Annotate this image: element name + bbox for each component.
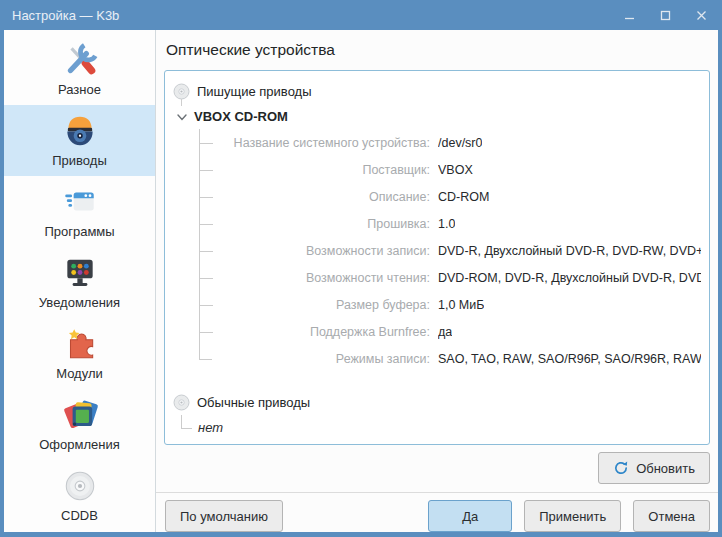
property-value: SAO, TAO, RAW, SAO/R96P, SAO/R96R, RAW/R…: [438, 352, 701, 366]
drive-icon: [61, 112, 99, 150]
sidebar-item-themes[interactable]: Оформления: [4, 389, 155, 460]
property-value: DVD-R, Двухслойный DVD-R, DVD-RW, DVD+…: [438, 244, 701, 258]
sidebar-item-notifications[interactable]: Уведомления: [4, 247, 155, 318]
plugin-icon: [61, 325, 99, 363]
tools-icon: [61, 41, 99, 79]
tree-branch: [199, 129, 215, 156]
tree-empty-row: нет: [173, 415, 701, 439]
tree-branch: [199, 210, 215, 237]
sidebar-item-cddb[interactable]: CDDB: [4, 460, 155, 531]
tree-group-readers[interactable]: Обычные приводы: [173, 389, 701, 415]
devices-tree: Пишущие приводы VBOX CD-ROM Название сис…: [164, 70, 710, 445]
property-label: Прошивка:: [215, 217, 430, 231]
tree-branch: [199, 156, 215, 183]
property-label: Поставщик:: [215, 163, 430, 177]
device-property-row: Описание: CD-ROM: [173, 183, 701, 210]
cd-icon: [61, 467, 99, 505]
tree-group-writers[interactable]: Пишущие приводы: [173, 78, 701, 104]
settings-window: Настройка — K3b: [0, 0, 722, 537]
tree-gap: [173, 372, 701, 389]
tree-branch: [199, 345, 215, 372]
empty-value: нет: [198, 420, 223, 435]
property-label: Возможности записи:: [215, 244, 430, 258]
maximize-icon[interactable]: [658, 8, 672, 22]
tree-branch-end: [181, 415, 195, 439]
sidebar-item-label: Оформления: [39, 437, 120, 452]
close-icon[interactable]: [694, 8, 708, 22]
device-property-row: Название системного устройства: /dev/sr0: [173, 129, 701, 156]
sidebar-item-advanced[interactable]: Дополнительно: [4, 531, 155, 532]
property-value: DVD-ROM, DVD-R, Двухслойный DVD-R, DVD…: [438, 271, 701, 285]
sidebar-item-plugins[interactable]: Модули: [4, 318, 155, 389]
notifications-icon: [61, 254, 99, 292]
property-value: 1,0 МиБ: [438, 298, 484, 312]
property-label: Название системного устройства:: [215, 136, 430, 150]
refresh-button-label: Обновить: [636, 461, 695, 476]
sidebar-item-label: Разное: [58, 82, 101, 97]
refresh-button[interactable]: Обновить: [598, 452, 710, 484]
device-property-row: Прошивка: 1.0: [173, 210, 701, 237]
device-property-row: Поставщик: VBOX: [173, 156, 701, 183]
device-property-row: Размер буфера: 1,0 МиБ: [173, 291, 701, 318]
tree-device-vbox[interactable]: VBOX CD-ROM: [173, 104, 701, 129]
refresh-icon: [613, 460, 629, 476]
main-panel: Оптические устройства Пишущие приводы: [156, 30, 718, 532]
dialog-footer: По умолчанию Да Применить Отмена: [156, 492, 718, 532]
device-property-row: Поддержка Burnfree: да: [173, 318, 701, 345]
sidebar-item-label: Программы: [44, 224, 114, 239]
sidebar-item-label: Модули: [56, 366, 103, 381]
sidebar-item-label: CDDB: [61, 508, 98, 523]
tree-branch: [199, 291, 215, 318]
disc-icon: [173, 83, 190, 100]
property-value: VBOX: [438, 163, 473, 177]
programs-icon: [61, 183, 99, 221]
tree-branch: [199, 237, 215, 264]
sidebar-item-label: Уведомления: [39, 295, 120, 310]
tree-group-label: Обычные приводы: [197, 395, 310, 410]
cancel-button[interactable]: Отмена: [633, 500, 710, 532]
device-property-row: Возможности записи: DVD-R, Двухслойный D…: [173, 237, 701, 264]
device-property-row: Возможности чтения: DVD-ROM, DVD-R, Двух…: [173, 264, 701, 291]
sidebar-item-label: Приводы: [52, 153, 106, 168]
defaults-button[interactable]: По умолчанию: [165, 500, 283, 532]
window-title: Настройка — K3b: [12, 8, 622, 23]
settings-sidebar: Разное Приводы: [4, 30, 156, 532]
property-label: Поддержка Burnfree:: [215, 325, 430, 339]
tree-branch: [199, 318, 215, 345]
minimize-icon[interactable]: [622, 8, 636, 22]
tree-branch: [199, 183, 215, 210]
apply-button[interactable]: Применить: [524, 500, 621, 532]
property-value: CD-ROM: [438, 190, 489, 204]
refresh-row: Обновить: [164, 445, 710, 492]
sidebar-item-programs[interactable]: Программы: [4, 176, 155, 247]
sidebar-item-devices[interactable]: Приводы: [4, 105, 155, 176]
property-label: Режимы записи:: [215, 352, 430, 366]
tree-branch: [199, 264, 215, 291]
page-title: Оптические устройства: [164, 30, 710, 70]
device-name: VBOX CD-ROM: [194, 109, 288, 124]
window-controls: [622, 8, 708, 22]
property-label: Описание:: [215, 190, 430, 204]
ok-button[interactable]: Да: [428, 500, 512, 532]
themes-icon: [61, 396, 99, 434]
property-value: да: [438, 325, 452, 339]
window-content: Разное Приводы: [4, 30, 718, 532]
disc-icon: [173, 394, 190, 411]
property-label: Размер буфера:: [215, 298, 430, 312]
device-property-row: Режимы записи: SAO, TAO, RAW, SAO/R96P, …: [173, 345, 701, 372]
tree-group-label: Пишущие приводы: [197, 84, 312, 99]
property-value: /dev/sr0: [438, 136, 482, 150]
property-label: Возможности чтения:: [215, 271, 430, 285]
titlebar: Настройка — K3b: [0, 0, 722, 30]
property-value: 1.0: [438, 217, 455, 231]
sidebar-item-misc[interactable]: Разное: [4, 34, 155, 105]
chevron-down-icon[interactable]: [175, 110, 189, 124]
